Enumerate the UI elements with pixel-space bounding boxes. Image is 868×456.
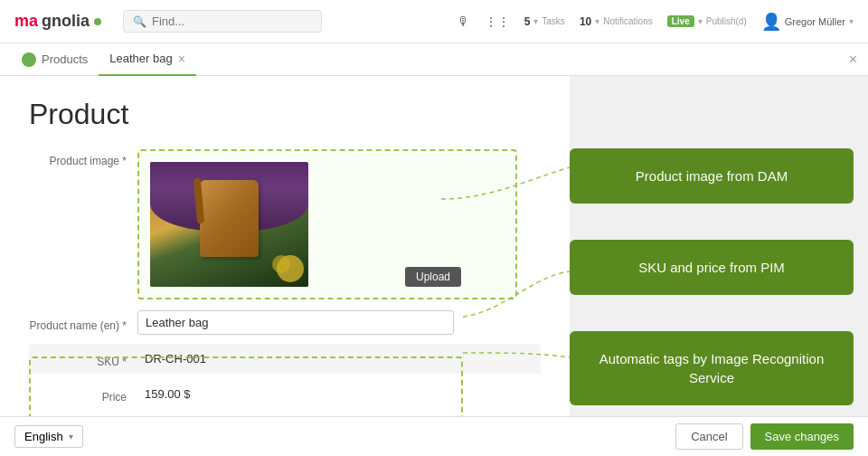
tabbar: Products Leather bag × × bbox=[0, 43, 868, 76]
image-upload-area[interactable]: Upload bbox=[137, 149, 517, 299]
search-bar[interactable]: 🔍 bbox=[123, 10, 322, 33]
tasks-button[interactable]: 5 ▾ Tasks bbox=[524, 15, 565, 28]
content-area: Product Product image * bbox=[0, 76, 570, 416]
search-icon: 🔍 bbox=[133, 15, 146, 28]
sku-field-row: SKU * DR-CH-001 bbox=[29, 344, 541, 374]
publish-label: Publish(d) bbox=[706, 16, 747, 26]
tab-products-label: Products bbox=[42, 52, 88, 66]
topbar: magnolia 🔍 🎙 ⋮⋮ 5 ▾ Tasks 10 ▾ Notificat… bbox=[0, 0, 868, 43]
cancel-button[interactable]: Cancel bbox=[675, 423, 742, 450]
logo[interactable]: magnolia bbox=[14, 12, 101, 31]
image-field-row: Product image * bbox=[29, 149, 541, 299]
dam-callout-text: Product image from DAM bbox=[636, 168, 788, 184]
publish-button[interactable]: Live ▾ Publish(d) bbox=[667, 15, 747, 27]
logo-dot bbox=[94, 18, 101, 25]
sku-label: SKU * bbox=[29, 350, 137, 368]
ai-tags-callout: Automatic tags by Image Recognition Serv… bbox=[570, 331, 854, 405]
language-selector[interactable]: English ▾ bbox=[14, 425, 83, 448]
products-dot bbox=[22, 52, 36, 67]
save-button[interactable]: Save changes bbox=[750, 423, 854, 450]
mic-icon: 🎙 bbox=[458, 14, 470, 29]
image-label: Product image * bbox=[29, 149, 137, 167]
bottom-bar: English ▾ Cancel Save changes bbox=[0, 416, 868, 456]
live-badge: Live bbox=[667, 15, 694, 27]
logo-text: gnolia bbox=[42, 12, 90, 31]
upload-button[interactable]: Upload bbox=[405, 267, 461, 287]
tasks-label: Tasks bbox=[542, 16, 565, 26]
sku-value: DR-CH-001 bbox=[137, 347, 213, 370]
language-chevron-icon: ▾ bbox=[69, 432, 73, 442]
notifications-button[interactable]: 10 ▾ Notifications bbox=[580, 15, 653, 28]
page-title: Product bbox=[29, 98, 541, 131]
tab-leather-bag[interactable]: Leather bag × bbox=[99, 43, 196, 76]
bottom-actions: Cancel Save changes bbox=[675, 423, 854, 450]
name-field-row: Product name (en) * bbox=[29, 310, 541, 335]
notifications-count: 10 bbox=[580, 15, 591, 28]
search-input[interactable] bbox=[152, 14, 312, 28]
price-value: 159.00 $ bbox=[137, 383, 198, 405]
grid-icon: ⋮⋮ bbox=[485, 14, 510, 29]
topbar-right: 🎙 ⋮⋮ 5 ▾ Tasks 10 ▾ Notifications Live ▾… bbox=[458, 12, 854, 32]
callouts-area: Product image from DAM SKU and price fro… bbox=[570, 76, 868, 416]
tab-bar-close[interactable]: × bbox=[849, 52, 857, 68]
user-menu[interactable]: 👤 Gregor Müller ▾ bbox=[761, 12, 854, 32]
language-label: English bbox=[24, 430, 63, 443]
notifications-label: Notifications bbox=[603, 16, 652, 26]
pim-callout: SKU and price from PIM bbox=[570, 240, 854, 295]
app-window: magnolia 🔍 🎙 ⋮⋮ 5 ▾ Tasks 10 ▾ Notificat… bbox=[0, 0, 868, 456]
tab-close-icon[interactable]: × bbox=[178, 52, 185, 65]
tab-products[interactable]: Products bbox=[11, 43, 99, 76]
tab-leather-bag-label: Leather bag bbox=[109, 52, 172, 65]
name-input[interactable] bbox=[137, 310, 454, 335]
price-label: Price bbox=[29, 385, 137, 404]
product-image bbox=[150, 162, 308, 287]
ai-tags-callout-text: Automatic tags by Image Recognition Serv… bbox=[599, 351, 824, 385]
tasks-count: 5 bbox=[524, 15, 531, 28]
name-label: Product name (en) * bbox=[29, 314, 137, 332]
dam-callout: Product image from DAM bbox=[570, 148, 854, 204]
grid-button[interactable]: ⋮⋮ bbox=[485, 14, 510, 29]
pim-callout-text: SKU and price from PIM bbox=[638, 260, 785, 275]
user-icon: 👤 bbox=[761, 12, 781, 32]
mic-button[interactable]: 🎙 bbox=[458, 14, 470, 29]
user-name: Gregor Müller bbox=[785, 16, 845, 27]
logo-icon: ma bbox=[14, 12, 38, 31]
price-field-row: Price 159.00 $ bbox=[29, 383, 541, 405]
